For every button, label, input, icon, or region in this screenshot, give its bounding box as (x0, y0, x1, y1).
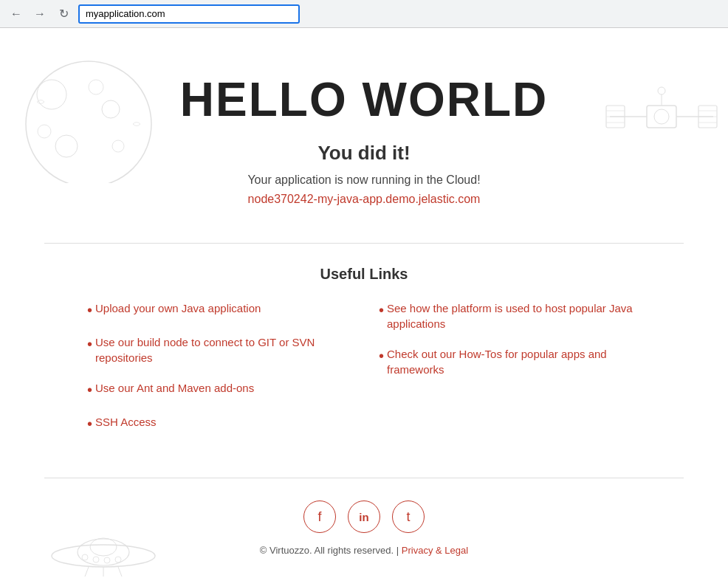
link-ant-maven[interactable]: Use our Ant and Maven add-ons (95, 380, 254, 396)
list-item: • Upload your own Java application (87, 300, 349, 320)
svg-point-27 (115, 557, 121, 562)
browser-chrome: ← → ↻ (0, 0, 728, 28)
svg-point-20 (658, 87, 665, 94)
svg-point-25 (93, 557, 99, 562)
facebook-button[interactable]: f (303, 500, 336, 533)
bullet-icon: • (379, 300, 384, 320)
useful-links-title: Useful Links (44, 266, 684, 283)
refresh-button[interactable]: ↻ (55, 5, 72, 23)
list-item: • Check out our How-Tos for popular apps… (379, 346, 641, 377)
list-item: • Use our build node to connect to GIT o… (87, 334, 349, 365)
svg-point-6 (89, 80, 103, 94)
forward-button[interactable]: → (31, 5, 49, 23)
link-upload-java[interactable]: Upload your own Java application (95, 300, 261, 316)
links-grid: • Upload your own Java application • Use… (87, 300, 641, 448)
svg-point-0 (26, 61, 151, 183)
twitter-icon: t (406, 509, 410, 525)
bullet-icon: • (87, 380, 92, 399)
section-divider-footer (44, 478, 684, 478)
linkedin-icon: in (359, 511, 368, 523)
bullet-icon: • (87, 414, 92, 433)
svg-point-5 (38, 125, 51, 138)
svg-point-2 (102, 100, 120, 118)
bullet-icon: • (87, 334, 92, 354)
page-content: HELLO WORLD You did it! Your application… (0, 28, 728, 578)
svg-point-24 (82, 554, 88, 560)
svg-point-18 (654, 109, 669, 124)
moon-illustration (7, 50, 170, 183)
list-item: • SSH Access (87, 414, 349, 433)
privacy-legal-link[interactable]: Privacy & Legal (402, 545, 468, 556)
link-build-node[interactable]: Use our build node to connect to GIT or … (95, 334, 349, 365)
svg-point-1 (37, 80, 66, 109)
link-platform-hosting[interactable]: See how the platform is used to host pop… (387, 300, 641, 331)
ufo-illustration (44, 519, 162, 578)
section-divider-top (44, 243, 684, 244)
facebook-icon: f (317, 509, 321, 525)
address-bar[interactable] (78, 4, 300, 24)
svg-point-26 (104, 557, 110, 563)
links-column-right: • See how the platform is used to host p… (379, 300, 641, 448)
list-item: • See how the platform is used to host p… (379, 300, 641, 331)
svg-point-22 (78, 539, 129, 565)
svg-line-30 (118, 567, 122, 577)
links-column-left: • Upload your own Java application • Use… (87, 300, 349, 448)
satellite-illustration (602, 65, 721, 168)
svg-point-4 (112, 140, 124, 152)
bullet-icon: • (87, 300, 92, 320)
bullet-icon: • (379, 346, 384, 365)
useful-links-section: Useful Links • Upload your own Java appl… (0, 258, 728, 470)
twitter-button[interactable]: t (392, 500, 425, 533)
footer-separator: | (396, 545, 402, 556)
link-how-tos[interactable]: Check out our How-Tos for popular apps a… (387, 346, 641, 377)
svg-point-3 (55, 135, 78, 157)
link-ssh-access[interactable]: SSH Access (95, 414, 157, 430)
app-url-link[interactable]: node370242-my-java-app.demo.jelastic.com (248, 193, 481, 205)
copyright-text: © Virtuozzo. All rights reserved. (260, 545, 394, 556)
svg-line-28 (85, 567, 89, 577)
back-button[interactable]: ← (7, 5, 25, 23)
linkedin-button[interactable]: in (348, 500, 380, 533)
list-item: • Use our Ant and Maven add-ons (87, 380, 349, 399)
svg-point-23 (90, 538, 117, 556)
